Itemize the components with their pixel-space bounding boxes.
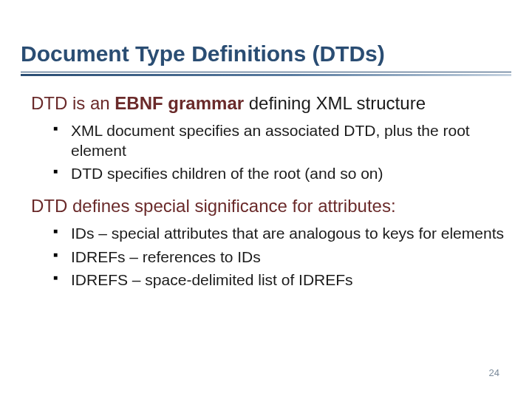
title-underline-thick bbox=[21, 74, 511, 76]
title-underline bbox=[21, 72, 511, 78]
title-underline-thin bbox=[21, 72, 511, 72]
section-heading-1-suffix: defining XML structure bbox=[244, 93, 426, 113]
slide: Document Type Definitions (DTDs) DTD is … bbox=[0, 0, 532, 399]
section-heading-1-prefix: DTD is an bbox=[31, 93, 115, 113]
section-heading-2: DTD defines special significance for att… bbox=[31, 195, 504, 217]
list-item: IDs – special attributes that are analog… bbox=[53, 223, 504, 243]
bullet-list-1: XML document specifies an associated DTD… bbox=[31, 120, 504, 184]
slide-title: Document Type Definitions (DTDs) bbox=[21, 41, 511, 67]
title-block: Document Type Definitions (DTDs) bbox=[0, 0, 532, 78]
list-item: XML document specifies an associated DTD… bbox=[53, 120, 504, 161]
list-item: DTD specifies children of the root (and … bbox=[53, 163, 504, 183]
section-heading-1: DTD is an EBNF grammar defining XML stru… bbox=[31, 92, 504, 115]
bullet-list-2: IDs – special attributes that are analog… bbox=[31, 223, 504, 290]
slide-body: DTD is an EBNF grammar defining XML stru… bbox=[0, 92, 532, 290]
page-number: 24 bbox=[489, 367, 499, 378]
list-item: IDREFS – space-delimited list of IDREFs bbox=[53, 270, 504, 290]
list-item: IDREFs – references to IDs bbox=[53, 247, 504, 267]
section-heading-1-keyword: EBNF grammar bbox=[115, 93, 244, 113]
